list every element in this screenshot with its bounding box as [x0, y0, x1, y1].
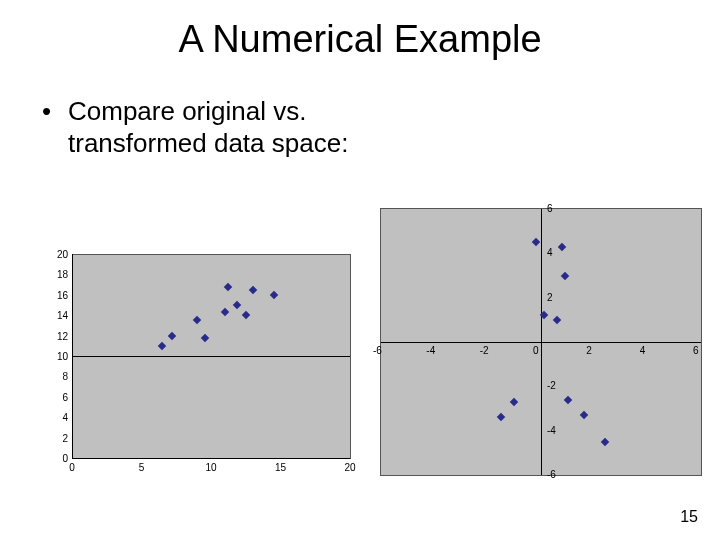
chart-transformed-point: [558, 242, 566, 250]
chart-original-x-tick: 20: [338, 462, 362, 473]
chart-original-y-tick: 2: [42, 432, 68, 443]
chart-transformed-x-axis: [381, 342, 701, 343]
chart-transformed-point: [561, 271, 569, 279]
chart-transformed-point: [553, 316, 561, 324]
chart-transformed-x-tick: -4: [426, 345, 435, 356]
bullet-item: • Compare original vs. transformed data …: [42, 96, 382, 159]
chart-transformed-x-tick: -6: [373, 345, 382, 356]
chart-transformed-y-tick: -4: [547, 425, 556, 436]
chart-transformed-y-tick: -2: [547, 380, 556, 391]
chart-original-x-tick: 0: [60, 462, 84, 473]
chart-transformed-point: [563, 395, 571, 403]
chart-transformed-y-tick: 4: [547, 247, 553, 258]
chart-original-y-tick: 20: [42, 249, 68, 260]
chart-original-gridline: [72, 356, 350, 357]
chart-transformed-x-tick: 0: [533, 345, 539, 356]
chart-transformed-point: [531, 238, 539, 246]
chart-transformed-y-tick: 2: [547, 292, 553, 303]
chart-original-x-tick: 5: [130, 462, 154, 473]
chart-original-y-tick: 12: [42, 330, 68, 341]
chart-transformed-point: [601, 438, 609, 446]
chart-transformed-x-tick: -2: [480, 345, 489, 356]
chart-transformed-y-tick: 6: [547, 203, 553, 214]
chart-original-y-tick: 8: [42, 371, 68, 382]
chart-transformed: -6-4-20246-6-4-2246: [380, 208, 702, 476]
page-number: 15: [680, 508, 698, 526]
chart-original-x-axis: [72, 458, 350, 459]
chart-original-y-tick: 18: [42, 269, 68, 280]
chart-original-y-tick: 16: [42, 289, 68, 300]
bullet-block: • Compare original vs. transformed data …: [42, 96, 382, 159]
bullet-dot-icon: •: [42, 96, 68, 159]
chart-transformed-x-tick: 6: [693, 345, 699, 356]
chart-transformed-point: [510, 398, 518, 406]
page-title: A Numerical Example: [0, 18, 720, 61]
chart-original-y-tick: 6: [42, 391, 68, 402]
chart-transformed-point: [497, 413, 505, 421]
chart-transformed-x-tick: 4: [640, 345, 646, 356]
chart-transformed-x-tick: 2: [586, 345, 592, 356]
bullet-text: Compare original vs. transformed data sp…: [68, 96, 382, 159]
chart-original-y-tick: 4: [42, 412, 68, 423]
slide: A Numerical Example • Compare original v…: [0, 0, 720, 540]
chart-original: 0246810121416182005101520: [36, 250, 358, 476]
chart-original-x-tick: 15: [269, 462, 293, 473]
chart-transformed-point: [579, 411, 587, 419]
chart-original-y-tick: 10: [42, 351, 68, 362]
chart-transformed-y-tick: -6: [547, 469, 556, 480]
chart-original-x-tick: 10: [199, 462, 223, 473]
chart-original-y-tick: 14: [42, 310, 68, 321]
